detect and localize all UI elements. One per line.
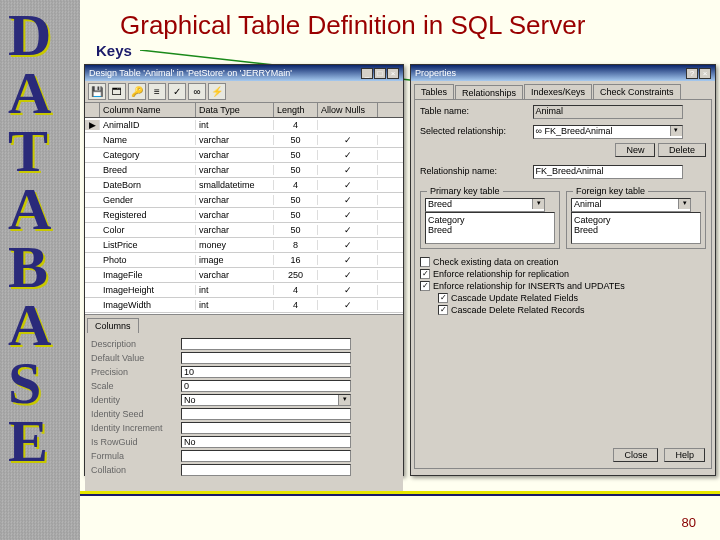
tab-columns[interactable]: Columns [87,318,139,333]
checkbox-row[interactable]: ✓Cascade Update Related Fields [438,293,706,303]
fk-group-label: Foreign key table [573,186,648,196]
help-button[interactable]: Help [664,448,705,462]
fk-columns-list[interactable]: CategoryBreed [571,212,701,244]
design-table-window: Design Table 'Animal' in 'PetStore' on '… [84,64,404,476]
pk-columns-list[interactable]: CategoryBreed [425,212,555,244]
table-row[interactable]: Colorvarchar50✓ [85,223,403,238]
properties-window: Properties ? × Tables Relationships Inde… [410,64,716,476]
property-row: Is RowGuidNo [91,435,397,449]
window-title: Properties [415,68,456,78]
selected-rel-dropdown[interactable]: ∞ FK_BreedAnimal▾ [533,125,683,139]
table-row[interactable]: Breedvarchar50✓ [85,163,403,178]
properties-icon[interactable]: 🗔 [108,83,126,100]
property-row: Collation [91,463,397,477]
table-name-label: Table name: [420,106,530,116]
page-number: 80 [682,515,696,530]
table-row[interactable]: DateBornsmalldatetime4✓ [85,178,403,193]
tab-checks[interactable]: Check Constraints [593,84,681,99]
table-row[interactable]: Gendervarchar50✓ [85,193,403,208]
table-row[interactable]: ImageWidthint4✓ [85,298,403,313]
checkbox-row[interactable]: Check existing data on creation [420,257,706,267]
help-icon[interactable]: ? [686,68,698,79]
table-row[interactable]: Registeredvarchar50✓ [85,208,403,223]
table-row[interactable]: Photoimage16✓ [85,253,403,268]
grid-header: Column Name Data Type Length Allow Nulls [85,103,403,118]
close-icon[interactable]: × [699,68,711,79]
tab-strip: Tables Relationships Indexes/Keys Check … [411,81,715,99]
new-button[interactable]: New [615,143,655,157]
property-row: Identity Increment [91,421,397,435]
close-icon[interactable]: × [387,68,399,79]
property-row: Precision10 [91,365,397,379]
titlebar[interactable]: Design Table 'Animal' in 'PetStore' on '… [85,65,403,81]
minimize-icon[interactable]: _ [361,68,373,79]
table-row[interactable]: ImageHeightint4✓ [85,283,403,298]
property-row: Formula [91,449,397,463]
chevron-down-icon[interactable]: ▾ [532,199,544,209]
selected-rel-label: Selected relationship: [420,126,530,136]
save-icon[interactable]: 💾 [88,83,106,100]
titlebar[interactable]: Properties ? × [411,65,715,81]
rel-name-field[interactable]: FK_BreedAnimal [533,165,683,179]
property-row: Description [91,337,397,351]
maximize-icon[interactable]: □ [374,68,386,79]
properties-body: Table name: Animal Selected relationship… [414,99,712,469]
checkbox-row[interactable]: ✓Enforce relationship for INSERTs and UP… [420,281,706,291]
checkbox-row[interactable]: ✓Cascade Delete Related Records [438,305,706,315]
page-title: Graphical Table Definition in SQL Server [120,10,585,41]
index-icon[interactable]: ≡ [148,83,166,100]
column-properties: DescriptionDefault ValuePrecision10Scale… [85,333,403,493]
checkbox-row[interactable]: ✓Enforce relationship for replication [420,269,706,279]
relation-icon[interactable]: ∞ [188,83,206,100]
table-row[interactable]: Namevarchar50✓ [85,133,403,148]
property-row: Identity Seed [91,407,397,421]
toolbar: 💾 🗔 🔑 ≡ ✓ ∞ ⚡ [85,81,403,103]
property-row: IdentityNo▾ [91,393,397,407]
tab-indexes[interactable]: Indexes/Keys [524,84,592,99]
chevron-down-icon[interactable]: ▾ [670,126,682,136]
delete-button[interactable]: Delete [658,143,706,157]
trigger-icon[interactable]: ⚡ [208,83,226,100]
table-name-field: Animal [533,105,683,119]
close-button[interactable]: Close [613,448,658,462]
keys-label: Keys [96,42,132,59]
key-icon[interactable]: 🔑 [128,83,146,100]
chevron-down-icon[interactable]: ▾ [678,199,690,209]
grid-body[interactable]: ▶AnimalIDint4Namevarchar50✓Categoryvarch… [85,118,403,314]
property-row: Default Value [91,351,397,365]
pk-table-dropdown[interactable]: Breed▾ [425,198,545,212]
window-title: Design Table 'Animal' in 'PetStore' on '… [89,68,292,78]
pk-group-label: Primary key table [427,186,503,196]
tab-tables[interactable]: Tables [414,84,454,99]
table-row[interactable]: Categoryvarchar50✓ [85,148,403,163]
table-row[interactable]: ImageFilevarchar250✓ [85,268,403,283]
check-icon[interactable]: ✓ [168,83,186,100]
slide: DATABASE Graphical Table Definition in S… [0,0,720,540]
fk-table-dropdown[interactable]: Animal▾ [571,198,691,212]
property-row: Scale0 [91,379,397,393]
tab-relationships[interactable]: Relationships [455,85,523,100]
rel-name-label: Relationship name: [420,166,530,176]
table-row[interactable]: ▶AnimalIDint4 [85,118,403,133]
tab-strip: Columns [85,314,403,333]
footer-rule [80,491,720,496]
table-row[interactable]: ListPricemoney8✓ [85,238,403,253]
checkbox-group: Check existing data on creation✓Enforce … [420,257,706,315]
sidebar-letters: DATABASE [8,6,51,470]
